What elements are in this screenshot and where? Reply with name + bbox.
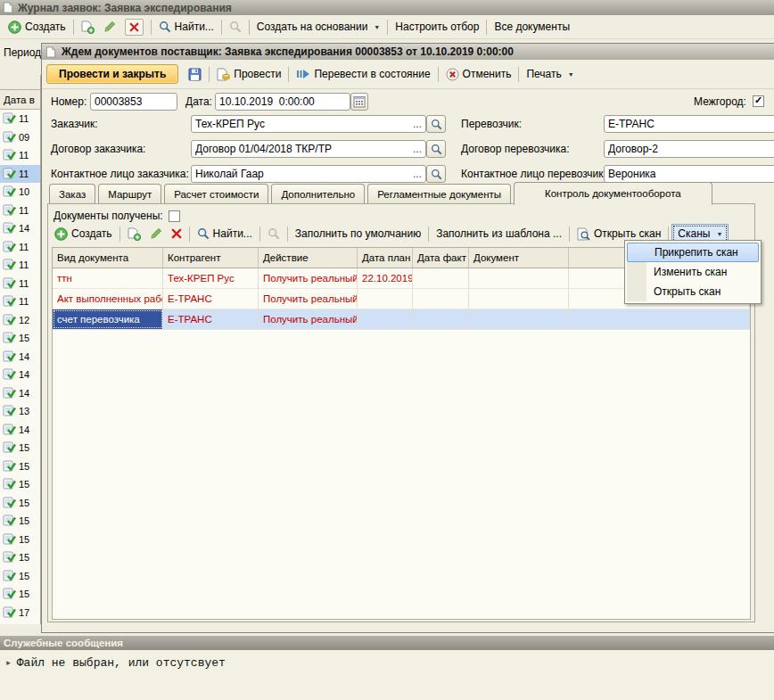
customer-contact-label: Контактное лицо заказчика: xyxy=(51,165,189,183)
tab-regulatory-documents[interactable]: Регламентные документы xyxy=(367,184,511,204)
journal-row[interactable]: 11 xyxy=(0,165,40,184)
print-button[interactable]: Печать ▼ xyxy=(522,66,578,82)
journal-row[interactable]: 13 xyxy=(0,402,40,421)
save-button[interactable] xyxy=(184,66,206,83)
document-check-icon xyxy=(3,515,16,527)
fill-from-template-button[interactable]: Заполнить из шаблона ... xyxy=(432,226,566,242)
journal-row[interactable]: 15 xyxy=(0,548,40,567)
journal-row[interactable]: 15 xyxy=(0,531,40,549)
set-state-button[interactable]: Перевести в состояние xyxy=(292,66,434,82)
intercity-checkbox[interactable]: ✓ xyxy=(753,95,764,107)
date-column-header[interactable]: Дата в xyxy=(0,89,40,110)
customer-contract-field[interactable]: Договор 01/04/2018 ТКР/ТР... xyxy=(191,140,426,158)
clear-find-button[interactable] xyxy=(263,226,284,242)
journal-row[interactable]: 11 xyxy=(0,275,40,293)
customer-contact-search-button[interactable] xyxy=(426,165,446,183)
journal-row[interactable]: 14 xyxy=(0,348,40,366)
customer-contact-field[interactable]: Николай Гаар... xyxy=(191,165,426,183)
column-header[interactable]: Вид документа xyxy=(53,248,163,268)
table-row-selected[interactable]: счет перевозчика Е-ТРАНС Получить реальн… xyxy=(53,309,750,330)
column-header[interactable]: Дата факт xyxy=(413,248,469,268)
copy-button[interactable] xyxy=(77,19,99,36)
journal-row[interactable]: 15 xyxy=(0,439,40,457)
post-button[interactable]: Провести xyxy=(212,66,285,83)
tab-document-control[interactable]: Контроль документооборота xyxy=(514,182,712,205)
dialog-tabs: Заказ Маршрут Расчет стоимости Дополните… xyxy=(49,183,715,204)
journal-row[interactable]: 15 xyxy=(0,585,40,604)
create-based-on-button[interactable]: Создать на основании ▼ xyxy=(252,19,384,35)
edit-button[interactable] xyxy=(145,226,167,242)
journal-row[interactable]: 10 xyxy=(0,183,40,202)
fill-default-button[interactable]: Заполнить по умолчанию xyxy=(291,226,425,242)
cancel-button[interactable]: Отменить xyxy=(441,66,516,83)
ellipsis-button[interactable]: ... xyxy=(409,118,422,130)
journal-row[interactable]: 15 xyxy=(0,457,40,476)
customer-search-button[interactable] xyxy=(426,115,446,133)
carrier-contract-field[interactable]: Договор-2 xyxy=(604,140,774,158)
dialog-titlebar[interactable]: Ждем документов поставщик: Заявка экспед… xyxy=(42,44,774,60)
ellipsis-button[interactable]: ... xyxy=(409,143,422,155)
column-header[interactable]: Контрагент xyxy=(163,248,259,268)
journal-row[interactable]: 11 xyxy=(0,202,40,220)
calendar-button[interactable] xyxy=(350,93,368,111)
journal-row[interactable]: 09 xyxy=(0,128,40,147)
all-documents-button[interactable]: Все документы xyxy=(490,19,574,35)
journal-row[interactable] xyxy=(0,622,40,624)
column-header[interactable]: Документ xyxy=(469,248,569,268)
menu-item[interactable]: Открыть скан xyxy=(627,282,759,301)
menu-item[interactable]: Прикрепить скан xyxy=(627,243,759,262)
find-button[interactable]: Найти... xyxy=(154,19,218,35)
divider xyxy=(259,226,260,242)
journal-row[interactable]: 11 xyxy=(0,146,40,165)
column-header[interactable]: Дата план xyxy=(358,248,413,268)
tab-route[interactable]: Маршрут xyxy=(98,184,161,204)
documents-toolbar: Создать Найти... xyxy=(50,223,710,244)
ellipsis-button[interactable]: ... xyxy=(409,168,422,180)
journal-row[interactable]: 14 xyxy=(0,384,40,403)
journal-row[interactable]: 11 xyxy=(0,110,40,128)
carrier-contact-field[interactable]: Вероника xyxy=(604,165,774,183)
document-check-icon xyxy=(3,570,16,582)
intercity-label: Межгород: xyxy=(694,93,746,111)
delete-button[interactable] xyxy=(167,226,186,241)
journal-row[interactable]: 14 xyxy=(0,366,40,384)
documents-received-checkbox[interactable] xyxy=(169,210,180,222)
journal-row-date: 15 xyxy=(19,571,29,581)
journal-row[interactable]: 15 xyxy=(0,567,40,586)
divider xyxy=(387,20,388,35)
journal-row[interactable]: 11 xyxy=(0,238,40,257)
divider xyxy=(486,20,487,35)
journal-row[interactable]: 15 xyxy=(0,494,40,513)
create-button[interactable]: Создать xyxy=(4,19,70,36)
journal-row[interactable]: 11 xyxy=(0,256,40,275)
journal-row-date: 15 xyxy=(19,498,29,508)
menu-item[interactable]: Изменить скан xyxy=(627,262,759,282)
service-messages-header[interactable]: Служебные сообщения xyxy=(0,636,774,650)
journal-row[interactable]: 15 xyxy=(0,475,40,494)
customer-field[interactable]: Тех-КРЕП Рус... xyxy=(191,115,426,133)
clear-find-button[interactable] xyxy=(225,19,246,35)
journal-row[interactable]: 15 xyxy=(0,512,40,531)
journal-row[interactable]: 17 xyxy=(0,604,40,622)
date-field[interactable]: 10.10.2019 0:00:00 xyxy=(215,93,350,111)
post-and-close-button[interactable]: Провести и закрыть xyxy=(46,64,178,84)
journal-row[interactable]: 14 xyxy=(0,421,40,440)
create-button[interactable]: Создать xyxy=(50,226,117,243)
journal-row-date: 11 xyxy=(19,169,29,179)
customer-contract-search-button[interactable] xyxy=(426,140,446,158)
journal-row[interactable]: 12 xyxy=(0,311,40,330)
journal-row[interactable]: 15 xyxy=(0,329,40,348)
carrier-field[interactable]: Е-ТРАНС xyxy=(604,115,774,133)
number-field[interactable]: 00003853 xyxy=(90,93,177,111)
tab-order[interactable]: Заказ xyxy=(49,184,95,204)
edit-button[interactable] xyxy=(99,19,120,35)
column-header[interactable]: Действие xyxy=(259,248,358,268)
journal-row[interactable]: 14 xyxy=(0,219,40,238)
delete-button[interactable] xyxy=(120,17,148,37)
tab-additional[interactable]: Дополнительно xyxy=(271,184,365,204)
journal-row[interactable]: 11 xyxy=(0,292,40,311)
copy-button[interactable] xyxy=(123,226,145,243)
tab-cost-calculation[interactable]: Расчет стоимости xyxy=(164,184,268,204)
find-button[interactable]: Найти... xyxy=(193,226,257,242)
configure-filter-button[interactable]: Настроить отбор xyxy=(391,19,483,35)
